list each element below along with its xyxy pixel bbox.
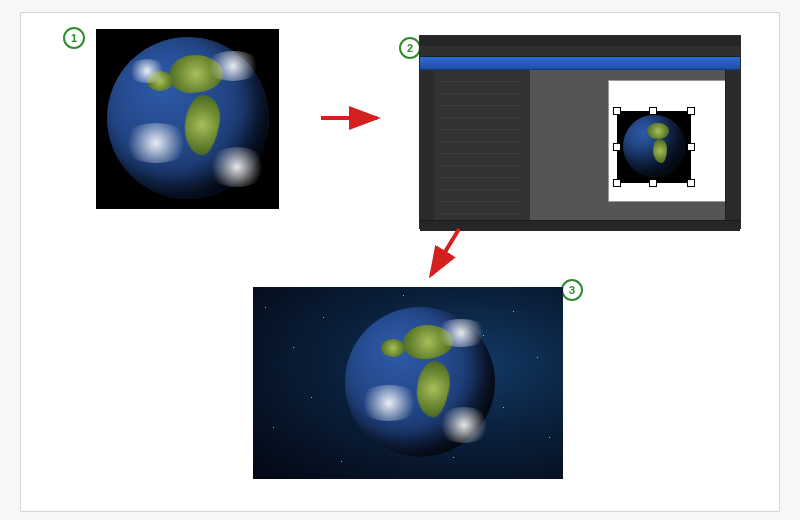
selection-handle[interactable] <box>687 107 695 115</box>
editor-canvas-area[interactable] <box>530 70 726 220</box>
cloud <box>433 319 489 347</box>
svg-line-1 <box>431 229 459 275</box>
editor-menubar[interactable] <box>420 46 740 57</box>
star <box>513 311 514 312</box>
arrow-2-to-3 <box>419 225 469 285</box>
editor-toolbar[interactable] <box>420 57 740 70</box>
star <box>503 407 504 408</box>
selection-handle[interactable] <box>687 179 695 187</box>
star <box>311 397 312 398</box>
panel-row[interactable] <box>440 145 524 154</box>
star <box>293 347 294 348</box>
cloud <box>357 385 421 421</box>
selection-handle[interactable] <box>649 107 657 115</box>
placed-image[interactable] <box>617 111 691 183</box>
panel-row[interactable] <box>440 205 524 214</box>
step-badge-2: 2 <box>399 37 421 59</box>
panel-row[interactable] <box>440 193 524 202</box>
landmass <box>381 339 405 357</box>
cloud <box>121 123 191 163</box>
panel-row[interactable] <box>440 73 524 82</box>
step-badge-1: 1 <box>63 27 85 49</box>
selection-handle[interactable] <box>613 143 621 151</box>
step-badge-2-label: 2 <box>407 42 413 54</box>
landmass <box>647 123 669 139</box>
earth-globe <box>623 115 685 177</box>
panel-row[interactable] <box>440 157 524 166</box>
earth-globe <box>107 37 269 199</box>
cloud <box>207 147 267 187</box>
star <box>549 437 550 438</box>
star <box>453 457 454 458</box>
cloud <box>127 59 167 83</box>
panel-row[interactable] <box>440 133 524 142</box>
step-badge-1-label: 1 <box>71 32 77 44</box>
landmass <box>653 139 667 163</box>
diagram-frame: 1 2 <box>20 12 780 512</box>
editor-page[interactable] <box>608 80 726 202</box>
step-badge-3-label: 3 <box>569 284 575 296</box>
cloud <box>437 407 491 443</box>
earth-globe <box>345 307 495 457</box>
step-badge-3: 3 <box>561 279 583 301</box>
star <box>537 357 538 358</box>
panel-row[interactable] <box>440 97 524 106</box>
cloud <box>203 51 263 81</box>
panel-row[interactable] <box>440 85 524 94</box>
star <box>403 295 404 296</box>
panel-row[interactable] <box>440 121 524 130</box>
panel-row[interactable] <box>440 169 524 178</box>
star <box>265 307 266 308</box>
arrow-1-to-2 <box>319 103 389 133</box>
panel-row[interactable] <box>440 109 524 118</box>
panel-row[interactable] <box>440 181 524 190</box>
star <box>323 317 324 318</box>
step3-result-image <box>253 287 563 479</box>
editor-titlebar <box>420 36 740 46</box>
step1-source-image <box>96 29 279 209</box>
selection-handle[interactable] <box>613 179 621 187</box>
selection-handle[interactable] <box>613 107 621 115</box>
editor-side-panel[interactable] <box>434 70 531 220</box>
step2-editor-window <box>419 35 741 229</box>
editor-statusbar <box>420 220 740 231</box>
editor-left-toolbox[interactable] <box>420 70 435 220</box>
star <box>273 427 274 428</box>
star <box>341 461 342 462</box>
selection-handle[interactable] <box>687 143 695 151</box>
selection-handle[interactable] <box>649 179 657 187</box>
editor-right-toolbox[interactable] <box>725 70 740 220</box>
editor-body <box>420 70 740 220</box>
